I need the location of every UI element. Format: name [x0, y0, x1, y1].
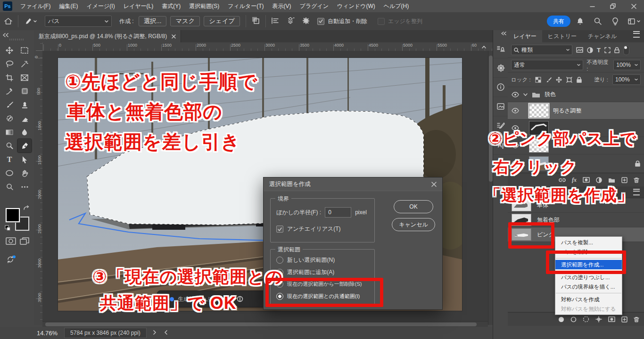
pen-tool-preset-icon[interactable]: [20, 18, 41, 25]
eye-icon[interactable]: [512, 92, 519, 97]
gear-icon[interactable]: [302, 17, 310, 26]
trash-icon[interactable]: [634, 177, 639, 183]
brush-tool-icon[interactable]: [2, 98, 17, 112]
vertical-scrollbar-thumb[interactable]: [489, 56, 493, 182]
make-mask-button[interactable]: マスク: [170, 16, 200, 26]
status-next-icon[interactable]: [153, 330, 157, 336]
info-panel-icon[interactable]: [493, 78, 508, 97]
eraser-tool-icon[interactable]: [17, 112, 32, 125]
menu-item[interactable]: ヘルプ(H): [380, 0, 413, 12]
document-tab[interactable]: 新京成8800_ps.psd @ 14.8% (明るさ調整, RGB/8): [34, 30, 181, 42]
workspace-switcher-icon[interactable]: [624, 18, 644, 24]
menu-item[interactable]: 表示(V): [268, 0, 296, 12]
home-icon[interactable]: [0, 17, 16, 25]
menu-item[interactable]: プラグイン: [296, 0, 333, 12]
feather-input[interactable]: 0: [325, 207, 351, 218]
layer-thumbnail[interactable]: [529, 104, 549, 118]
radio-add-to-selection[interactable]: 選択範囲に追加(A): [276, 268, 334, 276]
make-shape-button[interactable]: シェイプ: [204, 16, 240, 26]
quick-mask-icon[interactable]: [6, 237, 16, 246]
shape-tool-icon[interactable]: [2, 166, 17, 180]
zoom-level[interactable]: 14.76%: [37, 330, 58, 337]
tab-history[interactable]: ヒストリー: [542, 30, 582, 42]
dialog-close-icon[interactable]: [431, 182, 437, 187]
path-operations-icon[interactable]: [252, 16, 260, 26]
add-mask-icon[interactable]: [608, 316, 615, 322]
default-colors-icon[interactable]: [5, 225, 10, 232]
libraries-panel-icon[interactable]: [493, 97, 508, 116]
color-swatches[interactable]: [5, 205, 29, 232]
status-prev-icon[interactable]: [164, 330, 167, 336]
blur-tool-icon[interactable]: [17, 125, 32, 139]
layer-group-row[interactable]: 脱色: [508, 87, 644, 102]
zoom-tool-icon[interactable]: [2, 180, 17, 194]
screen-mode-icon[interactable]: [20, 237, 29, 246]
clone-source-panel-icon[interactable]: [493, 39, 508, 58]
ok-button[interactable]: OK: [394, 200, 433, 213]
menu-item[interactable]: ファイル(F): [16, 0, 55, 12]
new-layer-icon[interactable]: [621, 177, 627, 183]
history-brush-tool-icon[interactable]: [2, 112, 17, 125]
lasso-tool-icon[interactable]: [2, 57, 17, 71]
move-tool-icon[interactable]: [2, 43, 17, 57]
eyedropper-tool-icon[interactable]: [2, 84, 17, 98]
trash-icon[interactable]: [634, 316, 639, 323]
menu-item[interactable]: ウィンドウ(W): [333, 0, 380, 12]
discover-lightbulb-icon[interactable]: [606, 17, 624, 25]
foreground-color-swatch[interactable]: [6, 208, 20, 222]
stroke-path-icon[interactable]: [570, 316, 577, 323]
horizontal-scrollbar-thumb[interactable]: [45, 323, 477, 326]
ruler-end-chevron-icon[interactable]: [482, 43, 486, 50]
menu-item-fill-path[interactable]: パスの塗りつぶし...: [555, 273, 622, 282]
edit-toolbar-icon[interactable]: [17, 180, 32, 194]
lock-pixels-brush-icon[interactable]: [545, 77, 552, 83]
lock-all-icon[interactable]: [577, 77, 582, 83]
menu-item-make-symmetry-path[interactable]: 対称パスを作成: [555, 295, 622, 304]
lock-position-icon[interactable]: [556, 77, 562, 83]
tab-layers[interactable]: レイヤー: [508, 30, 542, 42]
sync-update-icon[interactable]: [7, 255, 16, 265]
make-selection-button[interactable]: 選択...: [139, 16, 167, 26]
tool-mode-dropdown[interactable]: パス: [45, 16, 112, 27]
dialog-title-bar[interactable]: 選択範囲を作成: [264, 178, 442, 191]
filter-smart-objects-icon[interactable]: [614, 47, 619, 53]
adjustment-layer-icon[interactable]: [596, 177, 602, 183]
swap-colors-icon[interactable]: [23, 205, 29, 212]
new-group-folder-icon[interactable]: [608, 178, 615, 183]
menu-item[interactable]: レイヤー(L): [119, 0, 158, 12]
blend-mode-dropdown[interactable]: 通常: [511, 60, 583, 70]
filter-toggle[interactable]: [623, 45, 629, 55]
radio-new-selection[interactable]: 新しい選択範囲(N): [276, 256, 335, 264]
menu-item-duplicate-path[interactable]: パスを複製...: [555, 238, 622, 247]
tab-channels[interactable]: チャンネル: [582, 30, 622, 42]
menu-item-disable-symmetry-path[interactable]: 対称パスを無効にする: [555, 304, 622, 314]
clone-stamp-tool-icon[interactable]: [17, 98, 32, 112]
layer-row-selected[interactable]: 明るさ調整: [508, 102, 644, 120]
layer-filter-search[interactable]: 種類: [511, 45, 572, 55]
path-alignment-icon[interactable]: [272, 17, 279, 25]
menu-item[interactable]: フィルター(T): [223, 0, 268, 12]
type-tool-icon[interactable]: T: [2, 153, 17, 166]
menu-item[interactable]: 編集(E): [55, 0, 82, 12]
new-path-icon[interactable]: [621, 316, 627, 323]
antialias-checkbox[interactable]: アンチエイリアス(T): [276, 225, 341, 233]
notifications-bell-icon[interactable]: [570, 17, 589, 25]
auto-add-delete-checkbox[interactable]: 自動追加・削除: [317, 17, 367, 25]
filter-shape-layers-icon[interactable]: [604, 47, 611, 53]
load-path-as-selection-icon[interactable]: [583, 316, 589, 323]
fill-path-icon[interactable]: [558, 316, 564, 323]
restore-button[interactable]: [603, 0, 623, 12]
frame-tool-icon[interactable]: [17, 71, 32, 84]
menu-item-stroke-path[interactable]: パスの境界線を描く...: [555, 282, 622, 291]
navigator-panel-icon[interactable]: [493, 58, 508, 78]
filter-type-layers-icon[interactable]: T: [597, 47, 601, 54]
filter-adjustment-layers-icon[interactable]: [587, 47, 593, 53]
eye-icon[interactable]: [512, 108, 519, 113]
marquee-tool-icon[interactable]: [17, 43, 32, 57]
quick-selection-tool-icon[interactable]: [17, 57, 32, 71]
share-button[interactable]: 共有: [547, 16, 570, 27]
dodge-tool-icon[interactable]: [2, 139, 17, 153]
path-selection-tool-icon[interactable]: [17, 153, 32, 166]
invert-selection-icon[interactable]: [237, 296, 243, 302]
gradient-tool-icon[interactable]: [2, 125, 17, 139]
